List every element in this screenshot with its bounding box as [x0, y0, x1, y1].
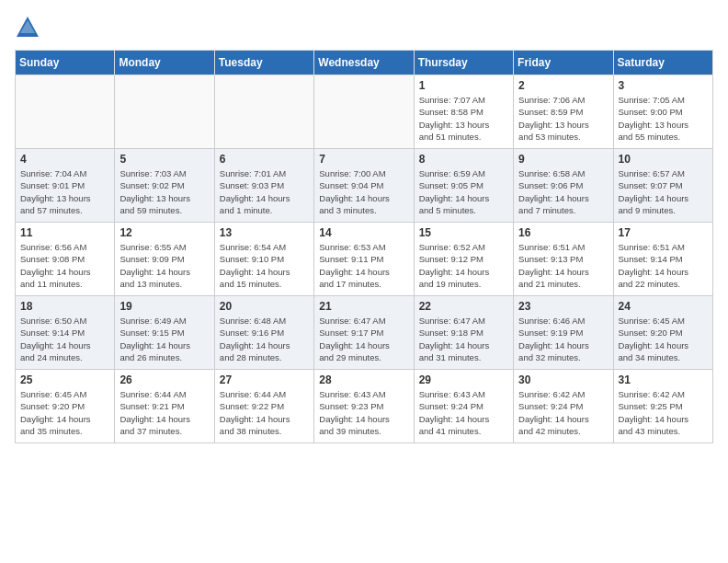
day-number: 14: [319, 226, 408, 239]
day-number: 6: [220, 153, 309, 166]
calendar-cell: 7Sunrise: 7:00 AM Sunset: 9:04 PM Daylig…: [314, 149, 414, 223]
calendar-week-2: 4Sunrise: 7:04 AM Sunset: 9:01 PM Daylig…: [16, 149, 713, 223]
day-number: 23: [518, 300, 608, 313]
day-info: Sunrise: 6:47 AM Sunset: 9:17 PM Dayligh…: [319, 315, 408, 363]
day-number: 8: [419, 153, 508, 166]
calendar-cell: 17Sunrise: 6:51 AM Sunset: 9:14 PM Dayli…: [613, 223, 712, 296]
calendar-header-thursday: Thursday: [414, 51, 513, 75]
calendar-header-saturday: Saturday: [613, 51, 712, 75]
day-info: Sunrise: 6:42 AM Sunset: 9:25 PM Dayligh…: [619, 388, 708, 437]
page-header: [15, 15, 713, 40]
day-info: Sunrise: 6:47 AM Sunset: 9:18 PM Dayligh…: [419, 315, 508, 363]
calendar-cell: 8Sunrise: 6:59 AM Sunset: 9:05 PM Daylig…: [414, 149, 513, 223]
day-info: Sunrise: 7:05 AM Sunset: 9:00 PM Dayligh…: [619, 94, 708, 143]
day-info: Sunrise: 6:58 AM Sunset: 9:06 PM Dayligh…: [518, 167, 608, 216]
calendar-cell: 13Sunrise: 6:54 AM Sunset: 9:10 PM Dayli…: [214, 223, 313, 296]
day-number: 25: [20, 373, 109, 386]
day-number: 5: [119, 153, 209, 166]
calendar-cell: 30Sunrise: 6:42 AM Sunset: 9:24 PM Dayli…: [514, 370, 613, 443]
calendar-cell: 29Sunrise: 6:43 AM Sunset: 9:24 PM Dayli…: [414, 370, 513, 443]
day-number: 16: [518, 226, 608, 239]
calendar-cell: 11Sunrise: 6:56 AM Sunset: 9:08 PM Dayli…: [16, 223, 115, 296]
calendar-header-wednesday: Wednesday: [314, 51, 414, 75]
calendar-cell: 25Sunrise: 6:45 AM Sunset: 9:20 PM Dayli…: [16, 370, 115, 443]
day-number: 18: [20, 300, 109, 313]
calendar-cell: 2Sunrise: 7:06 AM Sunset: 8:59 PM Daylig…: [514, 75, 613, 149]
day-number: 1: [419, 79, 508, 92]
day-info: Sunrise: 7:04 AM Sunset: 9:01 PM Dayligh…: [20, 167, 109, 216]
calendar-cell: 28Sunrise: 6:43 AM Sunset: 9:23 PM Dayli…: [314, 370, 414, 443]
calendar-header-row: SundayMondayTuesdayWednesdayThursdayFrid…: [16, 51, 713, 75]
day-number: 2: [518, 79, 608, 92]
day-info: Sunrise: 6:53 AM Sunset: 9:11 PM Dayligh…: [319, 241, 408, 290]
day-number: 31: [619, 373, 708, 386]
day-info: Sunrise: 6:49 AM Sunset: 9:15 PM Dayligh…: [119, 315, 209, 363]
calendar-cell: [214, 75, 313, 149]
day-info: Sunrise: 6:52 AM Sunset: 9:12 PM Dayligh…: [419, 241, 508, 290]
calendar-cell: 27Sunrise: 6:44 AM Sunset: 9:22 PM Dayli…: [214, 370, 313, 443]
day-info: Sunrise: 6:51 AM Sunset: 9:14 PM Dayligh…: [619, 241, 708, 290]
day-number: 7: [319, 153, 408, 166]
day-number: 30: [518, 373, 608, 386]
calendar-cell: 18Sunrise: 6:50 AM Sunset: 9:14 PM Dayli…: [16, 296, 115, 370]
day-number: 3: [619, 79, 708, 92]
day-info: Sunrise: 6:48 AM Sunset: 9:16 PM Dayligh…: [220, 315, 309, 363]
day-info: Sunrise: 6:42 AM Sunset: 9:24 PM Dayligh…: [518, 388, 608, 437]
calendar-cell: 12Sunrise: 6:55 AM Sunset: 9:09 PM Dayli…: [115, 223, 214, 296]
calendar-cell: 15Sunrise: 6:52 AM Sunset: 9:12 PM Dayli…: [414, 223, 513, 296]
day-info: Sunrise: 6:56 AM Sunset: 9:08 PM Dayligh…: [20, 241, 109, 290]
calendar-cell: 3Sunrise: 7:05 AM Sunset: 9:00 PM Daylig…: [613, 75, 712, 149]
day-number: 17: [619, 226, 708, 239]
day-number: 10: [619, 153, 708, 166]
day-info: Sunrise: 6:59 AM Sunset: 9:05 PM Dayligh…: [419, 167, 508, 216]
calendar-cell: 21Sunrise: 6:47 AM Sunset: 9:17 PM Dayli…: [314, 296, 414, 370]
day-info: Sunrise: 7:03 AM Sunset: 9:02 PM Dayligh…: [119, 167, 209, 216]
logo-icon: [15, 15, 40, 40]
calendar-week-4: 18Sunrise: 6:50 AM Sunset: 9:14 PM Dayli…: [16, 296, 713, 370]
calendar-week-1: 1Sunrise: 7:07 AM Sunset: 8:58 PM Daylig…: [16, 75, 713, 149]
logo: [15, 15, 44, 40]
calendar-table: SundayMondayTuesdayWednesdayThursdayFrid…: [15, 50, 713, 443]
day-info: Sunrise: 6:50 AM Sunset: 9:14 PM Dayligh…: [20, 315, 109, 363]
calendar-cell: 5Sunrise: 7:03 AM Sunset: 9:02 PM Daylig…: [115, 149, 214, 223]
day-info: Sunrise: 6:45 AM Sunset: 9:20 PM Dayligh…: [20, 388, 109, 437]
calendar-cell: 22Sunrise: 6:47 AM Sunset: 9:18 PM Dayli…: [414, 296, 513, 370]
day-info: Sunrise: 6:45 AM Sunset: 9:20 PM Dayligh…: [619, 315, 708, 363]
calendar-cell: 20Sunrise: 6:48 AM Sunset: 9:16 PM Dayli…: [214, 296, 313, 370]
day-number: 24: [619, 300, 708, 313]
day-info: Sunrise: 6:44 AM Sunset: 9:22 PM Dayligh…: [220, 388, 309, 437]
day-number: 20: [220, 300, 309, 313]
day-number: 13: [220, 226, 309, 239]
day-info: Sunrise: 6:43 AM Sunset: 9:24 PM Dayligh…: [419, 388, 508, 437]
calendar-cell: 26Sunrise: 6:44 AM Sunset: 9:21 PM Dayli…: [115, 370, 214, 443]
day-number: 9: [518, 153, 608, 166]
day-number: 29: [419, 373, 508, 386]
calendar-cell: 31Sunrise: 6:42 AM Sunset: 9:25 PM Dayli…: [613, 370, 712, 443]
day-number: 27: [220, 373, 309, 386]
day-number: 12: [119, 226, 209, 239]
day-info: Sunrise: 6:54 AM Sunset: 9:10 PM Dayligh…: [220, 241, 309, 290]
calendar-cell: [115, 75, 214, 149]
day-info: Sunrise: 6:57 AM Sunset: 9:07 PM Dayligh…: [619, 167, 708, 216]
day-number: 28: [319, 373, 408, 386]
day-number: 26: [119, 373, 209, 386]
calendar-cell: 19Sunrise: 6:49 AM Sunset: 9:15 PM Dayli…: [115, 296, 214, 370]
calendar-cell: 16Sunrise: 6:51 AM Sunset: 9:13 PM Dayli…: [514, 223, 613, 296]
day-info: Sunrise: 6:46 AM Sunset: 9:19 PM Dayligh…: [518, 315, 608, 363]
day-info: Sunrise: 6:43 AM Sunset: 9:23 PM Dayligh…: [319, 388, 408, 437]
day-info: Sunrise: 6:51 AM Sunset: 9:13 PM Dayligh…: [518, 241, 608, 290]
calendar-cell: 6Sunrise: 7:01 AM Sunset: 9:03 PM Daylig…: [214, 149, 313, 223]
day-info: Sunrise: 7:07 AM Sunset: 8:58 PM Dayligh…: [419, 94, 508, 143]
calendar-header-tuesday: Tuesday: [214, 51, 313, 75]
day-info: Sunrise: 6:44 AM Sunset: 9:21 PM Dayligh…: [119, 388, 209, 437]
calendar-header-monday: Monday: [115, 51, 214, 75]
day-info: Sunrise: 6:55 AM Sunset: 9:09 PM Dayligh…: [119, 241, 209, 290]
day-number: 22: [419, 300, 508, 313]
calendar-cell: 4Sunrise: 7:04 AM Sunset: 9:01 PM Daylig…: [16, 149, 115, 223]
calendar-cell: 23Sunrise: 6:46 AM Sunset: 9:19 PM Dayli…: [514, 296, 613, 370]
calendar-cell: 9Sunrise: 6:58 AM Sunset: 9:06 PM Daylig…: [514, 149, 613, 223]
calendar-cell: 14Sunrise: 6:53 AM Sunset: 9:11 PM Dayli…: [314, 223, 414, 296]
calendar-week-5: 25Sunrise: 6:45 AM Sunset: 9:20 PM Dayli…: [16, 370, 713, 443]
day-number: 11: [20, 226, 109, 239]
calendar-cell: [314, 75, 414, 149]
